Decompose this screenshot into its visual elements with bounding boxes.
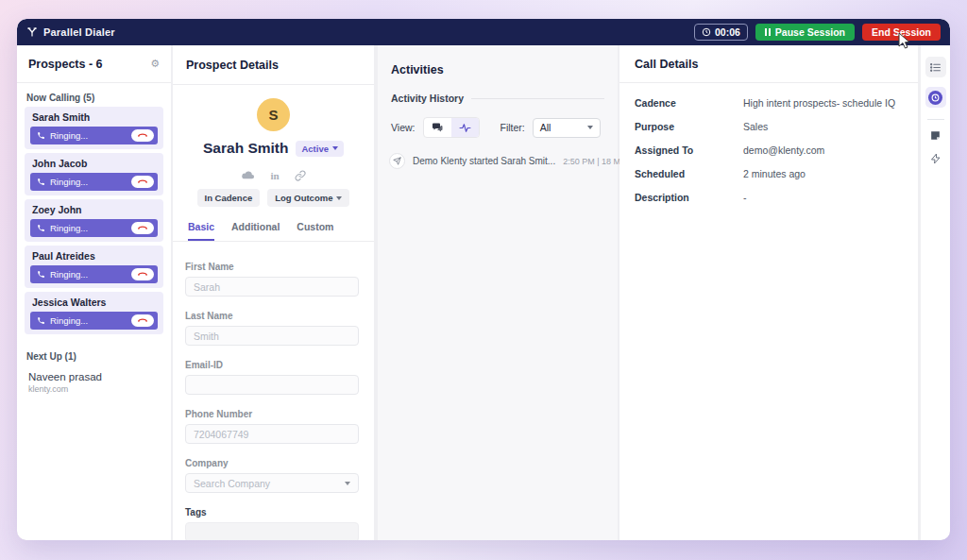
prospect-details-panel: Prospect Details S Sarah Smith Active in… (173, 45, 374, 540)
prospect-card[interactable]: John Jacob Ringing... (25, 153, 163, 195)
assigned-to-value: demo@klenty.com (743, 144, 824, 156)
prospect-card[interactable]: Jessica Walters Ringing... (25, 292, 163, 334)
prospect-card[interactable]: Paul Atreides Ringing... (25, 246, 163, 288)
klenty-logo-icon (26, 26, 38, 38)
ringing-status: Ringing... (50, 177, 88, 187)
view-label: View: (391, 122, 416, 133)
quick-actions-button[interactable] (930, 153, 942, 164)
notes-button[interactable] (929, 129, 942, 142)
prospect-name: Sarah Smith (30, 111, 158, 123)
prospect-detail-name: Sarah Smith (203, 140, 288, 157)
cadence-value: High intent prospects- schedule IQ (743, 97, 895, 109)
comments-view-button[interactable] (424, 118, 451, 137)
pause-session-label: Pause Session (775, 26, 845, 38)
next-up-label: Next Up (1) (17, 338, 171, 365)
topbar: Parallel Dialer 00:06 Pause Session End … (17, 19, 950, 45)
call-detail-row: Assigned To demo@klenty.com (619, 138, 918, 161)
filter-select[interactable]: All (533, 118, 601, 138)
prospect-details-title: Prospect Details (186, 59, 279, 72)
linkedin-icon[interactable]: in (270, 170, 279, 181)
activities-panel: Activities Activity History View: Filter… (378, 45, 618, 540)
queue-list-button[interactable] (925, 57, 946, 77)
prospect-name: Paul Atreides (30, 250, 158, 262)
status-badge[interactable]: Active (296, 141, 344, 157)
view-toggle (423, 117, 480, 138)
clock-icon (931, 93, 940, 102)
phone-number-label: Phone Number (185, 409, 359, 419)
phone-icon (37, 178, 45, 186)
company-select[interactable]: Search Company (185, 473, 359, 493)
chevron-down-icon (336, 196, 342, 200)
in-cadence-label: In Cadence (205, 193, 253, 203)
email-label: Email-ID (185, 360, 359, 370)
phone-icon (37, 131, 45, 140)
prospect-name: Jessica Walters (30, 297, 158, 308)
activity-time: 2:50 PM | 18 Mar (563, 157, 628, 166)
hangup-icon (138, 316, 147, 326)
description-label: Description (635, 192, 743, 203)
tags-input[interactable] (185, 522, 359, 540)
timeline-view-button[interactable] (451, 118, 479, 137)
end-session-button[interactable]: End Session (862, 24, 941, 41)
app-window: Parallel Dialer 00:06 Pause Session End … (17, 19, 950, 540)
ringing-status: Ringing... (50, 130, 88, 141)
first-name-input[interactable] (185, 277, 359, 297)
chat-icon (432, 122, 443, 133)
timer-value: 00:06 (715, 26, 740, 38)
activity-text: Demo Klenty started Sarah Smit... (413, 156, 555, 166)
hangup-button[interactable] (131, 222, 154, 234)
tab-custom[interactable]: Custom (297, 221, 333, 241)
pulse-icon (459, 122, 471, 134)
log-outcome-button[interactable]: Log Outcome (267, 189, 349, 207)
cadence-label: Cadence (635, 97, 743, 109)
call-detail-row: Scheduled 2 minutes ago (619, 161, 918, 185)
now-calling-label: Now Calling (5) (17, 83, 171, 107)
tab-basic[interactable]: Basic (188, 221, 214, 241)
cloud-icon[interactable] (241, 168, 255, 182)
settings-icon[interactable]: ⚙ (150, 59, 160, 69)
ringing-bar: Ringing... (30, 265, 158, 283)
activities-title: Activities (391, 63, 444, 76)
phone-number-input[interactable] (185, 424, 359, 444)
divider (927, 119, 944, 120)
ringing-bar: Ringing... (30, 173, 158, 191)
activity-item[interactable]: Demo Klenty started Sarah Smit... 2:50 P… (378, 138, 618, 169)
tab-additional[interactable]: Additional (231, 221, 280, 241)
ringing-status: Ringing... (50, 315, 88, 326)
brand: Parallel Dialer (26, 26, 115, 38)
next-up-item[interactable]: Naveen prasad klenty.com (17, 365, 171, 394)
phone-icon (37, 224, 45, 232)
link-icon[interactable] (295, 170, 306, 181)
right-toolbar (921, 45, 950, 540)
lightning-icon (930, 153, 942, 164)
tags-label: Tags (185, 507, 359, 518)
phone-icon (37, 270, 45, 279)
prospect-card[interactable]: Zoey John Ringing... (25, 199, 163, 242)
call-history-button[interactable] (925, 87, 946, 108)
description-value: - (743, 192, 747, 203)
ringing-status: Ringing... (50, 223, 88, 233)
filter-select-value: All (540, 122, 551, 133)
hangup-icon (138, 224, 147, 233)
log-outcome-label: Log Outcome (275, 193, 332, 203)
hangup-button[interactable] (131, 268, 154, 280)
status-badge-label: Active (301, 144, 329, 154)
prospects-title: Prospects - 6 (28, 58, 103, 71)
call-detail-row: Cadence High intent prospects- schedule … (619, 91, 918, 114)
company-label: Company (185, 458, 359, 468)
hangup-button[interactable] (131, 314, 154, 327)
last-name-input[interactable] (185, 326, 359, 346)
ringing-bar: Ringing... (30, 312, 158, 330)
next-up-company: klenty.com (28, 384, 160, 394)
phone-icon (37, 316, 45, 325)
hangup-button[interactable] (131, 176, 154, 188)
clock-circle-icon (928, 91, 942, 105)
ringing-bar: Ringing... (30, 219, 158, 237)
email-input[interactable] (185, 375, 359, 395)
end-session-label: End Session (872, 26, 931, 38)
prospects-panel: Prospects - 6 ⚙ Now Calling (5) Sarah Sm… (17, 45, 171, 540)
chevron-down-icon (332, 146, 338, 150)
pause-session-button[interactable]: Pause Session (755, 24, 855, 41)
prospect-card[interactable]: Sarah Smith Ringing... (25, 107, 163, 149)
hangup-button[interactable] (131, 129, 154, 142)
